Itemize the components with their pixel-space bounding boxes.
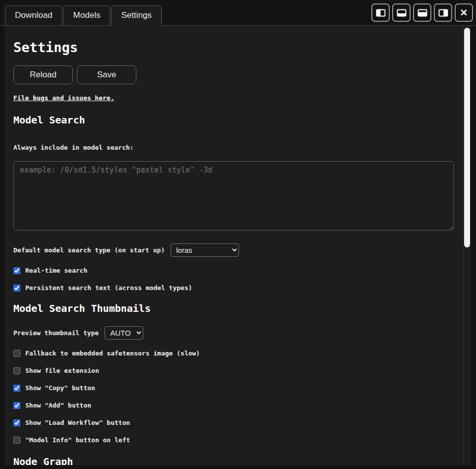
- titlebar: Download Models Settings: [0, 0, 476, 26]
- persistent-search-row[interactable]: Persistent search text (across model typ…: [13, 284, 454, 292]
- reload-button[interactable]: Reload: [13, 65, 73, 84]
- dock-left-button[interactable]: [371, 3, 390, 22]
- dock-bottom-large-icon: [417, 9, 427, 17]
- settings-actions: Reload Save: [13, 65, 454, 84]
- node-graph-heading: Node Graph: [13, 456, 454, 465]
- window-controls: ✕: [371, 3, 473, 22]
- dock-right-button[interactable]: [434, 3, 452, 22]
- default-search-type-select[interactable]: loras: [171, 243, 239, 257]
- show-load-workflow-row[interactable]: Show "Load Workflow" button: [13, 419, 454, 426]
- checkbox-label: Persistent search text (across model typ…: [25, 284, 192, 292]
- tab-models[interactable]: Models: [63, 5, 111, 25]
- vertical-scrollbar[interactable]: [463, 26, 471, 465]
- show-load-workflow-checkbox[interactable]: [13, 419, 20, 426]
- realtime-search-row[interactable]: Real-time search: [13, 267, 454, 274]
- show-copy-button-row[interactable]: Show "Copy" button: [13, 384, 454, 392]
- thumbnails-heading: Model Search Thumbnails: [13, 302, 454, 314]
- checkbox-label: "Model Info" button on left: [25, 436, 130, 444]
- model-info-left-checkbox[interactable]: [13, 437, 20, 444]
- default-search-type-label: Default model search type (on start up): [13, 246, 165, 254]
- tab-strip: Download Models Settings: [5, 5, 162, 25]
- checkbox-label: Fallback to embedded safetensors image (…: [25, 350, 200, 357]
- scrollbar-thumb[interactable]: [464, 28, 470, 247]
- checkbox-label: Real-time search: [25, 267, 87, 274]
- checkbox-label: Show "Load Workflow" button: [25, 419, 130, 426]
- show-add-button-row[interactable]: Show "Add" button: [13, 402, 454, 409]
- show-file-extension-row[interactable]: Show file extension: [13, 367, 454, 374]
- dock-bottom-large-button[interactable]: [413, 3, 431, 22]
- show-copy-button-checkbox[interactable]: [13, 385, 20, 392]
- file-bugs-link[interactable]: File bugs and issues here.: [13, 94, 115, 102]
- tab-download[interactable]: Download: [5, 5, 62, 25]
- checkbox-label: Show "Add" button: [25, 402, 91, 409]
- dock-right-icon: [438, 9, 448, 17]
- fallback-safetensors-checkbox[interactable]: [13, 350, 20, 357]
- dock-bottom-icon: [397, 9, 407, 17]
- checkbox-label: Show "Copy" button: [25, 384, 95, 392]
- tab-settings[interactable]: Settings: [111, 5, 161, 26]
- close-button[interactable]: ✕: [455, 3, 473, 22]
- settings-content: Settings Reload Save File bugs and issue…: [5, 26, 463, 465]
- model-search-heading: Model Search: [13, 114, 454, 126]
- page-title: Settings: [13, 40, 454, 56]
- close-icon: ✕: [460, 8, 468, 17]
- preview-thumbnail-label: Preview thumbnail type: [13, 329, 99, 337]
- save-button[interactable]: Save: [77, 65, 136, 84]
- persistent-search-checkbox[interactable]: [13, 285, 20, 292]
- checkbox-label: Show file extension: [25, 367, 99, 374]
- show-add-button-checkbox[interactable]: [13, 402, 20, 409]
- fallback-safetensors-row[interactable]: Fallback to embedded safetensors image (…: [13, 350, 454, 357]
- dock-bottom-button[interactable]: [392, 3, 411, 22]
- dock-left-icon: [376, 9, 386, 17]
- always-include-textarea[interactable]: [13, 161, 454, 231]
- always-include-label: Always include in model search:: [13, 144, 454, 151]
- show-file-extension-checkbox[interactable]: [13, 367, 20, 374]
- preview-thumbnail-row: Preview thumbnail type AUTO: [13, 326, 454, 340]
- preview-thumbnail-select[interactable]: AUTO: [105, 326, 143, 340]
- realtime-search-checkbox[interactable]: [13, 267, 20, 274]
- settings-panel: Settings Reload Save File bugs and issue…: [5, 26, 471, 465]
- default-search-type-row: Default model search type (on start up) …: [13, 243, 454, 257]
- model-info-left-row[interactable]: "Model Info" button on left: [13, 436, 454, 444]
